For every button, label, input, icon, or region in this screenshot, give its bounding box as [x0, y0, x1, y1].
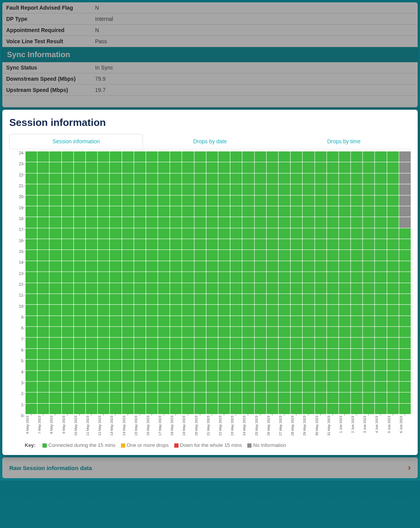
heatmap-cell — [327, 327, 338, 337]
heatmap-cell — [26, 173, 37, 184]
day-column — [170, 151, 182, 414]
info-row: Upstream Speed (Mbps)19.7 — [2, 85, 418, 96]
heatmap-cell — [230, 173, 242, 184]
heatmap-cell — [86, 184, 97, 195]
heatmap-cell — [339, 250, 350, 260]
heatmap-cell — [351, 338, 362, 348]
tab-drops-by-time[interactable]: Drops by time — [277, 134, 411, 149]
tab-session-information[interactable]: Session information — [9, 134, 143, 149]
heatmap-cell — [279, 294, 290, 304]
info-row: DP TypeInternal — [2, 14, 418, 25]
heatmap-cell — [170, 316, 182, 326]
heatmap-cell — [170, 392, 182, 403]
heatmap-cell — [291, 382, 302, 392]
heatmap-cell — [182, 261, 194, 272]
heatmap-cell — [279, 228, 290, 239]
heatmap-cell — [351, 316, 362, 326]
heatmap-cell — [230, 392, 242, 403]
heatmap-cell — [267, 151, 278, 162]
heatmap-cell — [26, 349, 37, 359]
heatmap-cell — [49, 404, 61, 414]
heatmap-cell — [86, 228, 97, 239]
heatmap-cell — [182, 371, 194, 381]
x-tick: 16 May 2023 — [146, 416, 158, 437]
y-tick: 23 — [19, 162, 23, 166]
heatmap-cell — [339, 195, 350, 206]
heatmap-cell — [291, 239, 302, 250]
heatmap-cell — [37, 349, 49, 359]
heatmap-cell — [327, 162, 338, 173]
chevron-right-icon: › — [408, 463, 411, 473]
heatmap-cell — [194, 382, 206, 392]
heatmap-cell — [110, 404, 121, 414]
heatmap-cell — [230, 404, 242, 414]
raw-session-data-toggle[interactable]: Raw Session information data › — [2, 457, 418, 478]
heatmap-cell — [98, 162, 109, 173]
heatmap-cell — [110, 162, 121, 173]
heatmap-cell — [363, 349, 374, 359]
heatmap-cell — [194, 239, 206, 250]
heatmap-cell — [267, 261, 278, 272]
heatmap-cell — [74, 228, 85, 239]
heatmap-cell — [26, 294, 37, 304]
heatmap-cell — [339, 184, 350, 195]
heatmap-cell — [194, 305, 206, 315]
heatmap-cell — [194, 162, 206, 173]
day-column — [122, 151, 134, 414]
heatmap-cell — [122, 360, 134, 370]
heatmap-cell — [255, 162, 266, 173]
heatmap-cell — [146, 261, 158, 272]
heatmap-cell — [86, 261, 97, 272]
heatmap-cell — [279, 327, 290, 337]
heatmap-cell — [363, 283, 374, 294]
heatmap-cell — [399, 392, 411, 403]
heatmap-cell — [86, 173, 97, 184]
heatmap-cell — [49, 316, 61, 326]
heatmap-cell — [387, 195, 399, 206]
heatmap-cell — [291, 371, 302, 381]
heatmap-cell — [49, 151, 61, 162]
heatmap-cell — [86, 283, 97, 294]
tab-drops-by-date[interactable]: Drops by date — [143, 134, 277, 149]
heatmap-cell — [230, 294, 242, 304]
heatmap-cell — [242, 294, 254, 304]
heatmap-cell — [303, 217, 314, 227]
heatmap-cell — [74, 382, 85, 392]
heatmap-cell — [26, 206, 37, 217]
heatmap-cell — [86, 294, 97, 304]
heatmap-cell — [146, 404, 158, 414]
heatmap-cell — [387, 272, 399, 282]
heatmap-cell — [146, 272, 158, 282]
heatmap-cell — [158, 392, 170, 403]
heatmap-cell — [158, 217, 170, 227]
heatmap-cell — [242, 151, 254, 162]
heatmap-cell — [182, 272, 194, 282]
y-tick: 17 — [19, 227, 23, 232]
heatmap-cell — [158, 162, 170, 173]
heatmap-cell — [399, 294, 411, 304]
heatmap-cell — [255, 338, 266, 348]
heatmap-cell — [86, 272, 97, 282]
heatmap-cell — [291, 283, 302, 294]
heatmap-cell — [255, 195, 266, 206]
heatmap-cell — [327, 272, 338, 282]
heatmap-cell — [170, 239, 182, 250]
heatmap-cell — [255, 228, 266, 239]
heatmap-cell — [122, 151, 134, 162]
heatmap-cell — [146, 206, 158, 217]
day-column — [267, 151, 278, 414]
heatmap-cell — [279, 239, 290, 250]
day-column — [110, 151, 121, 414]
heatmap-cell — [134, 294, 146, 304]
heatmap-cell — [158, 272, 170, 282]
heatmap-cell — [206, 382, 218, 392]
heatmap-cell — [37, 382, 49, 392]
heatmap-cell — [110, 392, 121, 403]
heatmap-cell — [74, 261, 85, 272]
heatmap-cell — [242, 305, 254, 315]
info-row: Sync StatusIn Sync — [2, 62, 418, 73]
heatmap-cell — [387, 404, 399, 414]
heatmap-cell — [74, 195, 85, 206]
heatmap-cell — [255, 250, 266, 260]
heatmap-cell — [170, 272, 182, 282]
